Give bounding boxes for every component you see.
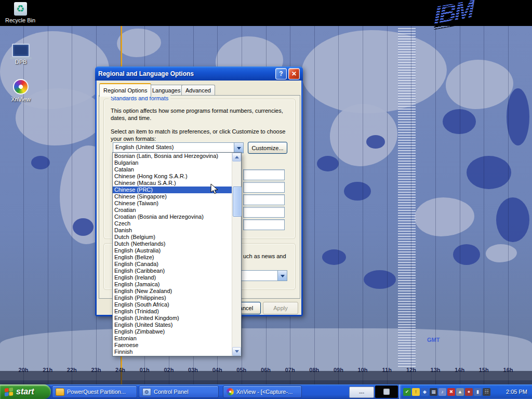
tray-icon-10[interactable]: ☷	[483, 388, 490, 396]
list-item[interactable]: Danish	[113, 227, 232, 234]
tray-icons: ✔!◆▦♪✖▲●▮☷	[403, 388, 490, 396]
tab-regional-options[interactable]: Regional Options	[99, 83, 151, 97]
list-item[interactable]: Croatian	[113, 207, 232, 214]
timezone-line	[460, 26, 460, 384]
help-button[interactable]: ?	[275, 68, 287, 79]
start-button[interactable]: start	[0, 384, 51, 399]
taskbar-clock[interactable]: 2:05 PM	[506, 389, 532, 395]
list-item[interactable]: Chinese (Taiwan)	[113, 200, 232, 207]
list-item[interactable]: English (United Kingdom)	[113, 315, 232, 322]
list-item[interactable]: Dutch (Belgium)	[113, 234, 232, 241]
scrollbar-thumb[interactable]	[233, 187, 242, 217]
list-item[interactable]: Catalan	[113, 166, 232, 173]
docked-app-icon	[383, 389, 390, 395]
list-item[interactable]: Czech	[113, 220, 232, 227]
list-item[interactable]: English (Ireland)	[113, 274, 232, 281]
list-item[interactable]: English (South Africa)	[113, 301, 232, 308]
tab-advanced[interactable]: Advanced	[181, 85, 215, 96]
wallpaper-top-letterbox: IBM	[0, 0, 532, 26]
list-item[interactable]: English (Jamaica)	[113, 281, 232, 288]
sample-time-field	[243, 194, 285, 205]
timezone-line	[411, 26, 411, 384]
dialog-titlebar[interactable]: Regional and Language Options ? ✕	[95, 66, 303, 81]
list-item[interactable]: English (United States)	[113, 322, 232, 328]
tray-icon-2[interactable]: !	[412, 388, 420, 396]
locale-combobox[interactable]: English (United States)	[113, 142, 244, 153]
task-button[interactable]: Control Panel	[139, 385, 219, 398]
tab-languages[interactable]: Languages	[148, 85, 184, 96]
scrollbar[interactable]	[232, 153, 241, 356]
map-dark-region	[73, 218, 94, 236]
sample-short-date-field	[243, 207, 285, 218]
close-button[interactable]: ✕	[288, 68, 300, 79]
gmt-label: GMT	[427, 337, 440, 343]
timezone-line	[314, 26, 315, 384]
map-bottom-shade	[0, 371, 532, 384]
map-dark-region	[453, 244, 480, 265]
scroll-up-arrow-icon[interactable]	[232, 153, 241, 162]
list-item[interactable]: English (Canada)	[113, 261, 232, 268]
timezone-line	[363, 26, 363, 384]
standards-instruction: Select an item to match its preferences,…	[111, 128, 287, 142]
desktop-icon-xnview[interactable]: XnView	[2, 79, 39, 102]
map-landmass	[415, 197, 474, 236]
scroll-down-arrow-icon[interactable]	[232, 347, 241, 356]
task-button[interactable]: XnView - [<Capture-...	[223, 385, 302, 398]
language-listbox[interactable]: Bosnian (Latin, Bosnia and Herzegovina)B…	[112, 152, 242, 356]
customize-button[interactable]: Customize...	[248, 142, 287, 154]
timezone-line	[435, 26, 436, 384]
list-item[interactable]: English (New Zealand)	[113, 288, 232, 295]
date-line-hatch-band	[398, 28, 416, 367]
task-button[interactable]: PowerQuest Partition...	[52, 385, 137, 398]
tray-icon-5[interactable]: ♪	[438, 388, 446, 396]
mini-task-button[interactable]: ---	[349, 387, 374, 398]
map-dark-region	[496, 197, 529, 242]
tray-icon-6[interactable]: ✖	[447, 388, 455, 396]
map-dark-region	[317, 156, 339, 171]
map-dark-region	[344, 182, 371, 201]
list-item[interactable]: English (Belize)	[113, 254, 232, 261]
docked-toolbar[interactable]	[375, 385, 398, 398]
control-panel-icon	[142, 388, 151, 396]
desktop-icon-recycle-bin[interactable]: Recycle Bin	[2, 2, 39, 23]
chevron-down-icon[interactable]	[277, 271, 287, 281]
list-item[interactable]: English (Philippines)	[113, 295, 232, 301]
apply-button[interactable]: Apply	[263, 302, 298, 314]
list-item[interactable]: Chinese (Hong Kong S.A.R.)	[113, 173, 232, 180]
map-landmass	[486, 244, 517, 262]
timezone-line	[48, 26, 48, 384]
list-item[interactable]: Faeroese	[113, 342, 232, 349]
desktop-icon-dpb[interactable]: DPB	[2, 44, 39, 65]
list-item[interactable]: Croatian (Bosnia and Herzegovina)	[113, 214, 232, 220]
desktop-icon-label: DPB	[2, 59, 39, 65]
list-item[interactable]: Estonian	[113, 335, 232, 342]
list-item[interactable]: English (Zimbabwe)	[113, 328, 232, 335]
timezone-line	[387, 26, 388, 384]
list-item[interactable]: Dutch (Netherlands)	[113, 241, 232, 247]
ibm-logo-stripes	[434, 0, 473, 30]
map-dark-region	[364, 270, 396, 289]
taskbar: start PowerQuest Partition...Control Pan…	[0, 384, 532, 399]
tray-icon-1[interactable]: ✔	[403, 388, 411, 396]
list-item[interactable]: English (Caribbean)	[113, 268, 232, 274]
timezone-line	[484, 26, 484, 384]
tray-icon-3[interactable]: ◆	[421, 388, 429, 396]
dialog-title: Regional and Language Options	[98, 70, 274, 77]
list-item[interactable]: Bosnian (Latin, Bosnia and Herzegovina)	[113, 153, 232, 159]
list-item[interactable]: English (Australia)	[113, 247, 232, 254]
tray-icon-8[interactable]: ●	[465, 388, 473, 396]
list-item[interactable]: English (Trinidad)	[113, 308, 232, 315]
timezone-line	[508, 26, 509, 384]
chevron-down-icon[interactable]	[234, 143, 243, 153]
list-item[interactable]: Finnish	[113, 349, 232, 355]
location-text-fragment: uch as news and	[243, 252, 292, 260]
task-button-label: XnView - [<Capture-...	[236, 389, 292, 395]
list-item[interactable]: Bulgarian	[113, 159, 232, 166]
tray-icon-7[interactable]: ▲	[456, 388, 464, 396]
map-dark-region	[467, 156, 511, 189]
tray-icon-4[interactable]: ▦	[430, 388, 437, 396]
map-landmass	[446, 60, 513, 109]
tray-icon-9[interactable]: ▮	[474, 388, 482, 396]
timezone-line	[338, 26, 339, 384]
recycle-bin-icon	[14, 2, 27, 16]
